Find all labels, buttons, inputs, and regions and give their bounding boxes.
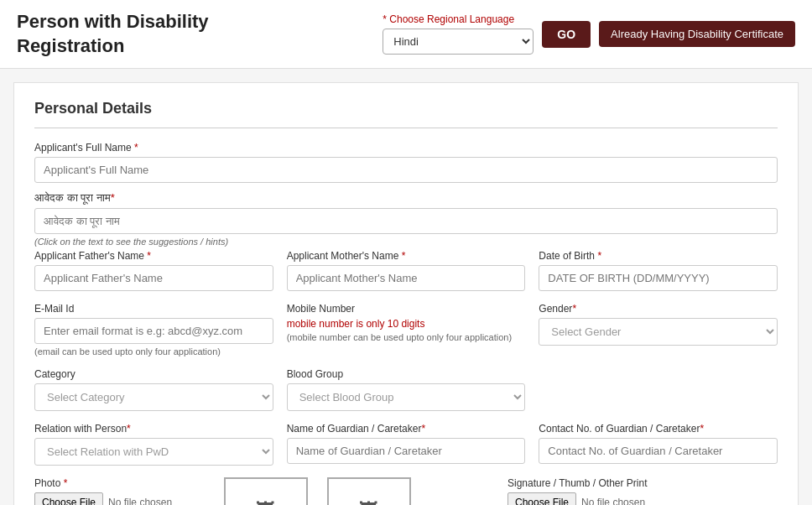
photo-preview-image: 🖼 bbox=[224, 477, 308, 505]
category-label: Category bbox=[34, 368, 273, 380]
email-label: E-Mail Id bbox=[34, 303, 273, 315]
section-title: Personal Details bbox=[34, 100, 778, 117]
photo-label: Photo * bbox=[34, 477, 211, 489]
photo-sig-row: Photo * Choose File No file chosen (Only… bbox=[34, 477, 778, 505]
full-name-required: * bbox=[132, 142, 138, 154]
guardian-contact-field: Contact No. of Guardian / Caretaker* bbox=[539, 423, 778, 466]
language-group: * Choose Regional Language Hindi English… bbox=[383, 13, 534, 55]
dob-label: Date of Birth * bbox=[539, 250, 778, 262]
previews-area: 🖼 PHOTO PREVIEW 🖼 SIGNATURE PREVIEW bbox=[224, 477, 494, 505]
dob-input[interactable] bbox=[539, 265, 778, 291]
signature-label: Signature / Thumb / Other Print bbox=[508, 477, 778, 489]
hindi-name-label: आवेदक का पूरा नाम* bbox=[34, 191, 778, 205]
photo-file-chosen: No file chosen bbox=[108, 497, 172, 505]
mother-name-label: Applicant Mother's Name * bbox=[287, 250, 526, 262]
relation-guardian-row: Relation with Person* Select Relation wi… bbox=[34, 423, 778, 466]
gender-select[interactable]: Select Gender Male Female Other bbox=[539, 318, 778, 346]
mobile-label: Mobile Number bbox=[287, 303, 526, 315]
main-content: Personal Details Applicant's Full Name *… bbox=[13, 82, 799, 505]
hindi-name-input[interactable] bbox=[34, 208, 778, 234]
dob-field: Date of Birth * bbox=[539, 250, 778, 291]
go-button[interactable]: GO bbox=[542, 21, 591, 48]
photo-section: Photo * Choose File No file chosen (Only… bbox=[34, 477, 211, 505]
photo-preview-box: 🖼 PHOTO PREVIEW bbox=[224, 477, 308, 505]
category-blood-row: Category Select Category Blood Group Sel… bbox=[34, 368, 778, 411]
sig-preview-image: 🖼 bbox=[327, 477, 411, 505]
relation-field: Relation with Person* Select Relation wi… bbox=[34, 423, 273, 466]
page-header: Person with Disability Registration * Ch… bbox=[0, 0, 812, 69]
sig-choose-button[interactable]: Choose File bbox=[508, 492, 576, 505]
blood-group-field: Blood Group Select Blood Group A+ A- B+ … bbox=[287, 368, 526, 411]
full-name-input[interactable] bbox=[34, 157, 778, 183]
full-name-field: Applicant's Full Name * bbox=[34, 142, 778, 183]
section-divider bbox=[34, 128, 778, 128]
photo-file-row: Choose File No file chosen bbox=[34, 492, 211, 505]
relation-select[interactable]: Select Relation with PwD bbox=[34, 438, 273, 466]
header-controls: * Choose Regional Language Hindi English… bbox=[383, 13, 795, 55]
sig-file-chosen: No file chosen bbox=[581, 497, 645, 505]
blood-group-select[interactable]: Select Blood Group A+ A- B+ B- O+ O- AB+… bbox=[287, 383, 526, 411]
certificate-button[interactable]: Already Having Disability Certificate bbox=[599, 21, 795, 47]
guardian-name-field: Name of Guardian / Caretaker* bbox=[287, 423, 526, 466]
mother-name-field: Applicant Mother's Name * bbox=[287, 250, 526, 291]
hindi-hint: (Click on the text to see the suggestion… bbox=[34, 237, 778, 247]
father-name-label: Applicant Father's Name * bbox=[34, 250, 273, 262]
sig-preview-box: 🖼 SIGNATURE PREVIEW bbox=[325, 477, 414, 505]
mobile-hint: (mobile number can be used upto only fou… bbox=[287, 332, 526, 342]
sig-file-row: Choose File No file chosen bbox=[508, 492, 778, 505]
category-select[interactable]: Select Category bbox=[34, 383, 273, 411]
mother-name-input[interactable] bbox=[287, 265, 526, 291]
photo-preview-icon: 🖼 bbox=[256, 499, 276, 505]
mobile-field: Mobile Number mobile number is only 10 d… bbox=[287, 303, 526, 357]
email-hint: (email can be used upto only four applic… bbox=[34, 346, 273, 357]
email-mobile-gender-row: E-Mail Id (email can be used upto only f… bbox=[34, 303, 778, 357]
father-name-field: Applicant Father's Name * bbox=[34, 250, 273, 291]
hindi-name-field: आवेदक का पूरा नाम* (Click on the text to… bbox=[34, 191, 778, 247]
gender-field: Gender* Select Gender Male Female Other bbox=[539, 303, 778, 357]
photo-choose-button[interactable]: Choose File bbox=[34, 492, 103, 505]
gender-label: Gender* bbox=[539, 303, 778, 315]
guardian-name-input[interactable] bbox=[287, 438, 526, 464]
father-mother-dob-row: Applicant Father's Name * Applicant Moth… bbox=[34, 250, 778, 291]
language-label: * Choose Regional Language bbox=[383, 13, 534, 25]
language-select[interactable]: Hindi English Marathi Telugu Tamil Kanna… bbox=[383, 29, 534, 55]
mobile-error: mobile number is only 10 digits bbox=[287, 318, 526, 330]
full-name-label: Applicant's Full Name * bbox=[34, 142, 778, 154]
guardian-name-label: Name of Guardian / Caretaker* bbox=[287, 423, 526, 435]
page-title: Person with Disability Registration bbox=[17, 10, 268, 58]
blood-group-label: Blood Group bbox=[287, 368, 526, 380]
email-field: E-Mail Id (email can be used upto only f… bbox=[34, 303, 273, 357]
signature-section: Signature / Thumb / Other Print Choose F… bbox=[508, 477, 778, 505]
sig-preview-icon: 🖼 bbox=[359, 499, 379, 505]
relation-label: Relation with Person* bbox=[34, 423, 273, 435]
guardian-contact-label: Contact No. of Guardian / Caretaker* bbox=[539, 423, 778, 435]
email-input[interactable] bbox=[34, 318, 273, 344]
father-name-input[interactable] bbox=[34, 265, 273, 291]
category-field: Category Select Category bbox=[34, 368, 273, 411]
guardian-contact-input[interactable] bbox=[539, 438, 778, 464]
